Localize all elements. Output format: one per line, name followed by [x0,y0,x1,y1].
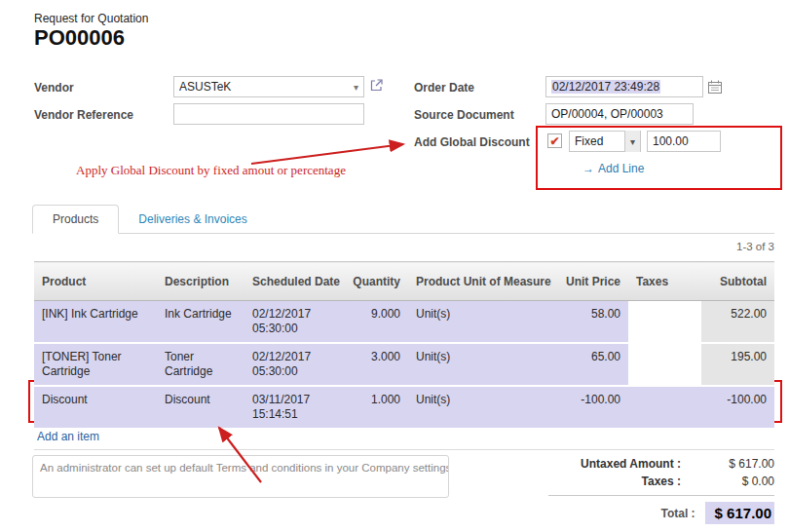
column-header-subtotal[interactable]: Subtotal [701,262,774,301]
untaxed-amount-row: Untaxed Amount : $ 617.00 [548,455,774,473]
annotation-global-discount-note: Apply Global Discount by fixed amout or … [76,163,346,178]
untaxed-amount-value: $ 617.00 [691,457,774,471]
vendor-select[interactable]: ASUSTeK ▾ [173,76,364,97]
notebook-tabs: Products Deliveries & Invoices [32,205,774,234]
line-items-table: Product Description Scheduled Date Quant… [34,261,774,430]
terms-conditions-input[interactable]: An administrator can set up default Term… [32,455,449,498]
add-item-row: Add an item [34,423,774,450]
tab-products[interactable]: Products [32,205,119,234]
page-title: PO00006 [34,25,125,51]
calendar-icon[interactable] [708,80,722,96]
cell-description[interactable]: Toner Cartridge [157,343,244,386]
taxes-row: Taxes : $ 0.00 [548,473,774,490]
pager[interactable]: 1-3 of 3 [34,241,774,252]
column-header-description[interactable]: Description [157,262,244,301]
annotation-box-global-discount [536,126,782,190]
cell-unit-price[interactable]: 58.00 [550,301,628,344]
cell-scheduled-date[interactable]: 02/12/2017 05:30:00 [244,301,338,344]
order-date-input[interactable]: 02/12/2017 23:49:28 [545,76,703,97]
cell-quantity[interactable]: 9.000 [338,301,408,344]
document-type: Request for Quotation [34,12,148,25]
external-link-icon[interactable] [370,79,383,95]
cell-quantity[interactable]: 3.000 [338,343,408,386]
chevron-down-icon[interactable]: ▾ [354,82,358,93]
cell-uom[interactable]: Unit(s) [408,343,550,386]
column-header-quantity[interactable]: Quantity [338,262,408,301]
cell-taxes[interactable] [628,343,701,386]
cell-taxes[interactable] [628,301,701,344]
order-date-label: Order Date [414,81,474,95]
global-discount-label: Add Global Discount [414,135,530,149]
cell-subtotal: 522.00 [701,301,774,344]
vendor-value: ASUSTeK [179,80,350,94]
column-header-product[interactable]: Product [34,262,157,301]
order-date-value: 02/12/2017 23:49:28 [551,80,660,94]
source-document-value: OP/00004, OP/00003 [551,107,688,121]
table-row[interactable]: [INK] Ink Cartridge Ink Cartridge 02/12/… [34,301,774,344]
column-header-scheduled-date[interactable]: Scheduled Date [244,262,338,301]
vendor-label: Vendor [34,81,74,95]
table-row[interactable]: [TONER] Toner Cartridge Toner Cartridge … [34,343,774,386]
total-label: Total : [548,507,705,520]
total-row: Total : $ 617.00 [548,500,774,526]
column-header-taxes[interactable]: Taxes [628,262,701,301]
taxes-label: Taxes : [548,475,691,488]
cell-subtotal: 195.00 [701,343,774,386]
cell-product[interactable]: [INK] Ink Cartridge [34,301,157,344]
cell-product[interactable]: [TONER] Toner Cartridge [34,343,157,386]
total-value: $ 617.00 [705,502,774,524]
source-document-label: Source Document [414,108,514,122]
add-an-item-link[interactable]: Add an item [37,430,99,443]
vendor-reference-input[interactable] [173,103,364,125]
table-header-row: Product Description Scheduled Date Quant… [34,262,774,301]
totals-panel: Untaxed Amount : $ 617.00 Taxes : $ 0.00… [548,455,774,526]
totals-divider [548,495,774,496]
tab-deliveries-invoices[interactable]: Deliveries & Invoices [119,206,266,233]
taxes-value: $ 0.00 [691,475,774,488]
annotation-arrow-global-discount [251,144,403,164]
source-document-input[interactable]: OP/00004, OP/00003 [545,103,694,125]
cell-uom[interactable]: Unit(s) [408,301,550,344]
purchase-order-form: Request for Quotation PO00006 Vendor ASU… [0,0,789,532]
untaxed-amount-label: Untaxed Amount : [548,457,691,471]
vendor-reference-label: Vendor Reference [34,108,133,122]
cell-unit-price[interactable]: 65.00 [550,343,628,386]
cell-description[interactable]: Ink Cartridge [157,301,244,344]
cell-scheduled-date[interactable]: 02/12/2017 05:30:00 [244,343,338,386]
column-header-uom[interactable]: Product Unit of Measure [408,262,550,301]
column-header-unit-price[interactable]: Unit Price [550,262,628,301]
